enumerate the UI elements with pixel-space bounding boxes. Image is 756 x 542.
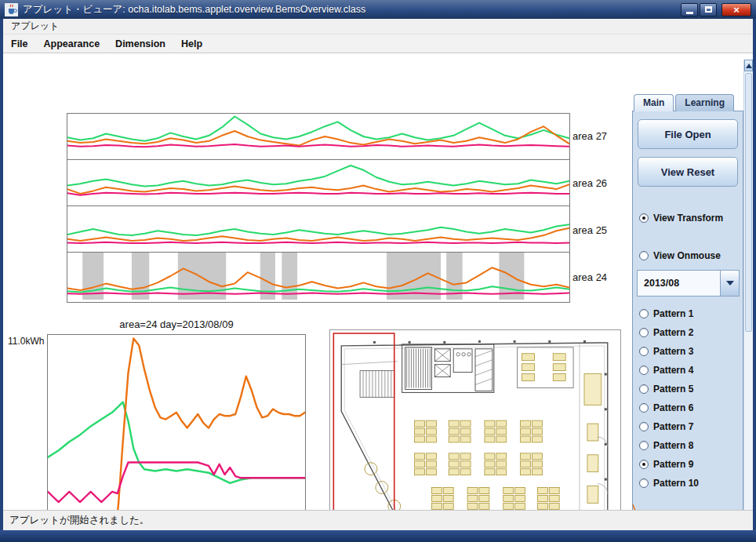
chevron-down-icon bbox=[726, 281, 734, 286]
detail-ymax-label: 11.0kWh bbox=[8, 336, 44, 347]
scrollbar-track[interactable] bbox=[744, 71, 753, 518]
tab-main-label: Main bbox=[643, 97, 664, 108]
panel-scrollbar[interactable] bbox=[743, 60, 753, 530]
applet-viewer-window: アプレット・ビューア: ocha.itolab.bems.applet.over… bbox=[0, 0, 756, 542]
menu-appearance[interactable]: Appearance bbox=[36, 38, 108, 49]
meeting-room bbox=[518, 347, 573, 388]
pattern-7-option[interactable]: Pattern 7 bbox=[639, 417, 699, 436]
core-block bbox=[402, 344, 494, 393]
pattern-4-option[interactable]: Pattern 4 bbox=[639, 361, 699, 380]
pattern-8-label: Pattern 8 bbox=[653, 440, 693, 451]
pattern-6-label: Pattern 6 bbox=[653, 402, 693, 413]
radio-circle-icon bbox=[639, 384, 649, 394]
view-mode-radios: View Transform View Onmouse bbox=[639, 199, 723, 275]
pattern-3-label: Pattern 3 bbox=[653, 346, 693, 357]
view-onmouse-option[interactable]: View Onmouse bbox=[639, 237, 723, 275]
window-bottom-border bbox=[0, 530, 756, 542]
pattern-1-option[interactable]: Pattern 1 bbox=[639, 304, 699, 323]
side-panel: Main Learning File Open View Reset View … bbox=[632, 94, 743, 530]
radio-circle-icon bbox=[639, 213, 649, 223]
applet-frame: アプレット File Appearance Dimension Help are… bbox=[3, 19, 753, 530]
menu-dimension[interactable]: Dimension bbox=[107, 38, 173, 49]
floor-plan-svg bbox=[330, 330, 620, 530]
pattern-6-option[interactable]: Pattern 6 bbox=[639, 398, 699, 417]
pattern-1-label: Pattern 1 bbox=[653, 308, 693, 319]
scroll-up-button[interactable] bbox=[744, 60, 753, 71]
area-24-label: area 24 bbox=[572, 271, 627, 284]
pattern-8-option[interactable]: Pattern 8 bbox=[639, 436, 699, 455]
radio-circle-icon bbox=[639, 460, 649, 469]
overview-chart-area27[interactable] bbox=[67, 114, 569, 160]
pattern-2-label: Pattern 2 bbox=[653, 327, 693, 338]
month-dropdown-arrow[interactable] bbox=[720, 271, 739, 296]
close-icon: × bbox=[733, 4, 740, 16]
tab-learning-label: Learning bbox=[685, 97, 725, 108]
month-dropdown[interactable]: 2013/08 bbox=[637, 270, 740, 296]
status-text: アプレットが開始されました。 bbox=[3, 514, 149, 527]
pattern-5-option[interactable]: Pattern 5 bbox=[639, 380, 699, 398]
radio-circle-icon bbox=[639, 347, 649, 356]
radio-circle-icon bbox=[639, 422, 649, 431]
radio-circle-icon bbox=[639, 251, 649, 260]
pattern-4-label: Pattern 4 bbox=[653, 365, 693, 376]
pattern-list: Pattern 1 Pattern 2 Pattern 3 Pattern 4 … bbox=[639, 304, 699, 493]
pattern-7-label: Pattern 7 bbox=[653, 421, 693, 432]
desk-clusters bbox=[415, 420, 560, 509]
window-controls: × bbox=[681, 3, 751, 16]
tab-main[interactable]: Main bbox=[634, 94, 674, 111]
applet-menubar: アプレット bbox=[3, 19, 753, 35]
pattern-2-option[interactable]: Pattern 2 bbox=[639, 323, 699, 342]
file-open-button[interactable]: File Open bbox=[638, 119, 738, 149]
tab-learning[interactable]: Learning bbox=[675, 94, 734, 111]
overview-chart-area24[interactable] bbox=[67, 253, 569, 300]
radio-circle-icon bbox=[639, 403, 649, 413]
radio-circle-icon bbox=[639, 328, 649, 337]
scrollbar-thumb[interactable] bbox=[745, 73, 752, 332]
radio-circle-icon bbox=[639, 366, 649, 375]
menu-file[interactable]: File bbox=[3, 38, 36, 49]
selection-rectangle bbox=[333, 333, 394, 530]
titlebar[interactable]: アプレット・ビューア: ocha.itolab.bems.applet.over… bbox=[0, 0, 756, 19]
pattern-10-option[interactable]: Pattern 10 bbox=[639, 474, 699, 493]
view-transform-label: View Transform bbox=[653, 213, 723, 224]
minimize-icon bbox=[686, 12, 693, 14]
main-menubar: File Appearance Dimension Help bbox=[3, 35, 753, 53]
area-27-label: area 27 bbox=[572, 130, 627, 143]
detail-chart bbox=[47, 334, 306, 529]
view-onmouse-label: View Onmouse bbox=[653, 250, 721, 261]
floor-plan[interactable] bbox=[329, 329, 621, 530]
close-button[interactable]: × bbox=[721, 3, 751, 16]
menu-applet[interactable]: アプレット bbox=[3, 20, 67, 33]
overview-chart-area25[interactable] bbox=[67, 206, 569, 253]
month-dropdown-value: 2013/08 bbox=[638, 271, 720, 296]
pattern-3-option[interactable]: Pattern 3 bbox=[639, 342, 699, 361]
applet-canvas: area 27 area 26 area 25 area 24 area=24 … bbox=[3, 53, 753, 510]
menu-help[interactable]: Help bbox=[173, 38, 210, 49]
radio-circle-icon bbox=[639, 441, 649, 450]
pattern-9-option[interactable]: Pattern 9 bbox=[639, 455, 699, 474]
overview-chart-area26[interactable] bbox=[67, 160, 569, 206]
tab-bar: Main Learning bbox=[634, 94, 736, 111]
area-25-label: area 25 bbox=[572, 224, 627, 237]
window-title: アプレット・ビューア: ocha.itolab.bems.applet.over… bbox=[23, 3, 674, 16]
view-transform-option[interactable]: View Transform bbox=[639, 199, 723, 237]
maximize-button[interactable] bbox=[700, 3, 717, 16]
area-26-label: area 26 bbox=[572, 177, 627, 190]
detail-chart-title: area=24 day=2013/08/09 bbox=[47, 318, 306, 330]
pattern-9-label: Pattern 9 bbox=[653, 459, 693, 470]
panel-body: File Open View Reset View Transform View… bbox=[632, 111, 743, 530]
maximize-icon bbox=[705, 6, 712, 13]
radio-circle-icon bbox=[639, 478, 649, 488]
left-stairwell bbox=[360, 371, 394, 398]
pattern-5-label: Pattern 5 bbox=[653, 384, 693, 395]
radio-circle-icon bbox=[639, 309, 649, 318]
pattern-10-label: Pattern 10 bbox=[653, 478, 699, 489]
triangle-up-icon bbox=[746, 64, 752, 68]
view-reset-button[interactable]: View Reset bbox=[638, 157, 738, 187]
java-applet-icon bbox=[5, 3, 18, 16]
statusbar: アプレットが開始されました。 bbox=[3, 510, 753, 530]
overview-charts[interactable] bbox=[67, 113, 570, 303]
minimize-button[interactable] bbox=[681, 3, 698, 16]
